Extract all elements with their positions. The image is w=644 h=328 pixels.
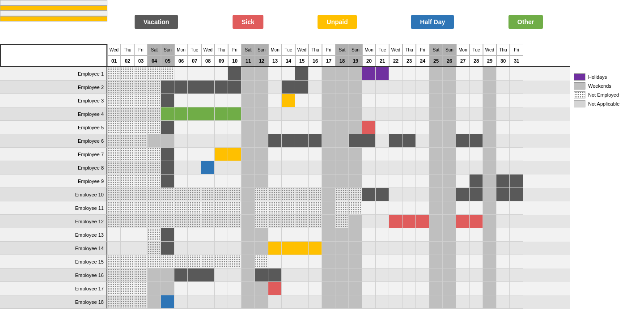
grid-cell-r11-c5 bbox=[161, 201, 174, 215]
grid-cell-r4-c9 bbox=[215, 107, 228, 121]
grid-cell-r8-c15 bbox=[295, 161, 309, 175]
grid-cell-r10-c1 bbox=[107, 188, 121, 201]
grid-cell-r8-c27 bbox=[456, 161, 470, 175]
grid-cell-r14-c14 bbox=[282, 242, 295, 255]
grid-row-9 bbox=[107, 175, 570, 188]
grid-cell-r3-c9 bbox=[215, 94, 228, 107]
grid-cell-r10-c27 bbox=[456, 188, 470, 201]
grid-cell-r7-c6 bbox=[174, 148, 188, 161]
grid-cell-r13-c21 bbox=[376, 228, 389, 242]
day-num-26: 26 bbox=[443, 55, 456, 66]
grid-cell-r1-c14 bbox=[282, 67, 295, 81]
day-name-18: Sat bbox=[335, 44, 349, 55]
year-month-area bbox=[0, 0, 107, 44]
grid-cell-r11-c17 bbox=[322, 201, 335, 215]
grid-cell-r8-c9 bbox=[215, 161, 228, 175]
grid-cell-r8-c5 bbox=[161, 161, 174, 175]
grid-cell-r8-c6 bbox=[174, 161, 188, 175]
employee-row-15: Employee 15 bbox=[0, 255, 107, 268]
grid-cell-r13-c24 bbox=[416, 228, 429, 242]
grid-cell-r15-c27 bbox=[456, 255, 470, 268]
grid-cell-r4-c17 bbox=[322, 107, 335, 121]
grid-cell-r4-c30 bbox=[496, 107, 510, 121]
grid-cell-r8-c25 bbox=[429, 161, 443, 175]
grid-cell-r7-c3 bbox=[134, 148, 148, 161]
grid-cell-r12-c23 bbox=[402, 215, 416, 228]
type-badges-row: VacationSickUnpaidHalf DayOther bbox=[107, 0, 570, 44]
grid-cell-r4-c29 bbox=[483, 107, 496, 121]
grid-cell-r6-c18 bbox=[335, 134, 349, 148]
grid-cell-r7-c27 bbox=[456, 148, 470, 161]
grid-cell-r17-c20 bbox=[362, 282, 376, 295]
grid-row-7 bbox=[107, 148, 570, 161]
grid-cell-r16-c7 bbox=[188, 268, 201, 282]
grid-cell-r7-c12 bbox=[255, 148, 268, 161]
grid-cell-r16-c16 bbox=[309, 268, 322, 282]
grid-cell-r4-c8 bbox=[201, 107, 215, 121]
grid-cell-r4-c31 bbox=[510, 107, 523, 121]
day-num-02: 02 bbox=[121, 55, 134, 66]
grid-cell-r12-c18 bbox=[335, 215, 349, 228]
grid-cell-r5-c30 bbox=[496, 121, 510, 134]
grid-cell-r6-c6 bbox=[174, 134, 188, 148]
grid-cell-r14-c25 bbox=[429, 242, 443, 255]
grid-cell-r8-c2 bbox=[121, 161, 134, 175]
grid-row-17 bbox=[107, 282, 570, 295]
grid-cell-r6-c2 bbox=[121, 134, 134, 148]
grid-cell-r10-c28 bbox=[470, 188, 483, 201]
grid-cell-r3-c27 bbox=[456, 94, 470, 107]
left-column: Employee 1Employee 2Employee 3Employee 4… bbox=[0, 0, 107, 309]
grid-cell-r7-c14 bbox=[282, 148, 295, 161]
grid-cell-r1-c1 bbox=[107, 67, 121, 81]
grid-cell-r17-c13 bbox=[268, 282, 282, 295]
grid-cell-r14-c9 bbox=[215, 242, 228, 255]
grid-cell-r10-c2 bbox=[121, 188, 134, 201]
grid-cell-r17-c18 bbox=[335, 282, 349, 295]
grid-cell-r7-c28 bbox=[470, 148, 483, 161]
grid-cell-r14-c16 bbox=[309, 242, 322, 255]
grid-cell-r18-c11 bbox=[242, 295, 255, 309]
grid-cell-r3-c29 bbox=[483, 94, 496, 107]
grid-cell-r14-c17 bbox=[322, 242, 335, 255]
grid-cell-r3-c15 bbox=[295, 94, 309, 107]
grid-cell-r9-c20 bbox=[362, 175, 376, 188]
grid-cell-r10-c11 bbox=[242, 188, 255, 201]
grid-cell-r9-c29 bbox=[483, 175, 496, 188]
grid-cell-r2-c29 bbox=[483, 81, 496, 94]
grid-cell-r15-c30 bbox=[496, 255, 510, 268]
grid-cell-r11-c4 bbox=[148, 201, 161, 215]
grid-cell-r16-c1 bbox=[107, 268, 121, 282]
employee-row-5: Employee 5 bbox=[0, 121, 107, 134]
day-num-28: 28 bbox=[470, 55, 483, 66]
grid-cell-r3-c24 bbox=[416, 94, 429, 107]
month-label bbox=[0, 11, 107, 16]
grid-cell-r14-c2 bbox=[121, 242, 134, 255]
grid-cell-r7-c1 bbox=[107, 148, 121, 161]
grid-cell-r16-c24 bbox=[416, 268, 429, 282]
grid-cell-r5-c16 bbox=[309, 121, 322, 134]
type-badge-half-day: Half Day bbox=[411, 15, 454, 29]
grid-cell-r4-c2 bbox=[121, 107, 134, 121]
grid-cell-r10-c6 bbox=[174, 188, 188, 201]
grid-cell-r2-c1 bbox=[107, 81, 121, 94]
employee-name-header bbox=[0, 44, 107, 67]
grid-cell-r15-c28 bbox=[470, 255, 483, 268]
grid-cell-r15-c19 bbox=[349, 255, 362, 268]
grid-cell-r13-c28 bbox=[470, 228, 483, 242]
grid-cell-r17-c22 bbox=[389, 282, 402, 295]
grid-cell-r7-c10 bbox=[228, 148, 242, 161]
day-num-20: 20 bbox=[362, 55, 376, 66]
grid-cell-r9-c18 bbox=[335, 175, 349, 188]
grid-cell-r7-c9 bbox=[215, 148, 228, 161]
grid-cell-r5-c5 bbox=[161, 121, 174, 134]
grid-cell-r16-c26 bbox=[443, 268, 456, 282]
employee-row-4: Employee 4 bbox=[0, 107, 107, 121]
grid-cell-r7-c25 bbox=[429, 148, 443, 161]
day-name-21: Tue bbox=[376, 44, 389, 55]
grid-cell-r16-c3 bbox=[134, 268, 148, 282]
grid-cell-r7-c22 bbox=[389, 148, 402, 161]
grid-cell-r3-c5 bbox=[161, 94, 174, 107]
grid-cell-r15-c8 bbox=[201, 255, 215, 268]
grid-cell-r7-c20 bbox=[362, 148, 376, 161]
day-num-18: 18 bbox=[335, 55, 349, 66]
